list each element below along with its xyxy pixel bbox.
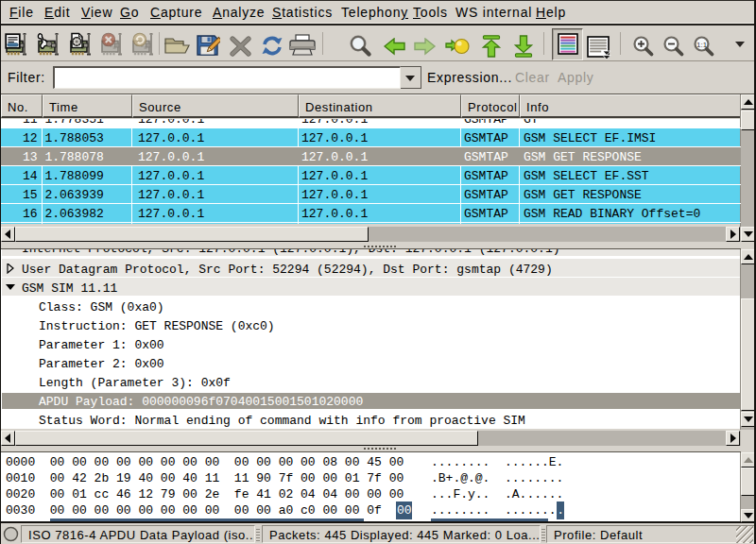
svg-text:1:1: 1:1 <box>696 41 708 49</box>
